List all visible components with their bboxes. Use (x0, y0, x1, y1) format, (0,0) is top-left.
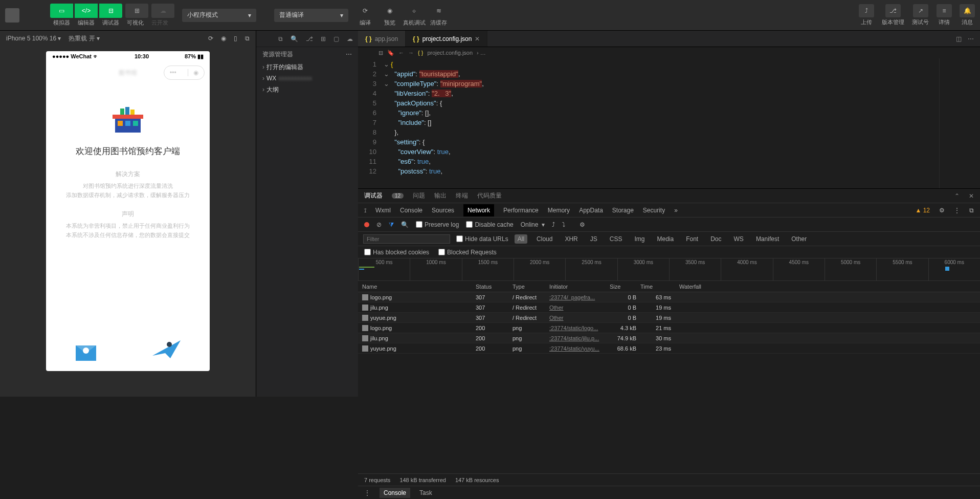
filter-type[interactable]: Media (654, 234, 677, 244)
kebab-icon[interactable]: ⋮ (954, 207, 960, 214)
blocked-requests-checkbox[interactable]: Blocked Requests (438, 249, 497, 256)
cloud-icon[interactable]: ☁ (347, 35, 353, 42)
hot-reload-toggle[interactable]: 热重载 开 ▾ (69, 34, 100, 43)
details-button[interactable]: ≡ (937, 4, 952, 17)
filter-icon[interactable]: ⧩ (389, 221, 394, 228)
explorer-section[interactable]: ›大纲 (256, 84, 358, 95)
tab-memory[interactable]: Memory (548, 207, 570, 214)
hide-urls-checkbox[interactable]: Hide data URLs (456, 235, 508, 243)
debugger-button[interactable]: ⊟ (99, 4, 122, 18)
split-icon[interactable]: ◫ (956, 35, 962, 42)
gear-icon[interactable]: ⚙ (939, 207, 945, 214)
record-button[interactable] (364, 222, 369, 227)
tab-project-config[interactable]: { }project.config.json✕ (406, 31, 487, 47)
filter-type[interactable]: CSS (607, 234, 626, 244)
bookmark-icon[interactable]: 🔖 (387, 50, 394, 56)
version-button[interactable]: ⎇ (885, 4, 901, 17)
filter-type[interactable]: Doc (707, 234, 724, 244)
table-row[interactable]: yuyue.png307/ RedirectOther0 B19 ms (358, 313, 980, 323)
more-icon[interactable]: ⋯ (346, 51, 352, 58)
close-icon[interactable]: ✕ (969, 192, 974, 200)
tab-network[interactable]: Network (463, 204, 494, 216)
filter-all[interactable]: All (515, 234, 527, 244)
grid-icon[interactable]: ⊞ (321, 35, 326, 42)
filter-input[interactable] (363, 234, 450, 244)
tab-debugger[interactable]: 调试器 (364, 191, 383, 200)
col-status[interactable]: Status (476, 284, 513, 290)
filter-type[interactable]: Cloud (533, 234, 555, 244)
more-icon[interactable]: ⋯ (968, 35, 974, 42)
col-type[interactable]: Type (513, 284, 549, 290)
capsule-menu[interactable]: •••◉ (164, 66, 205, 80)
clear-cache-button[interactable]: ≋ (427, 4, 450, 18)
upload-button[interactable]: ⤴ (859, 4, 874, 17)
mode-dropdown[interactable]: 小程序模式▾ (182, 9, 256, 22)
table-row[interactable]: logo.png307/ Redirect:23774/_pagefra...0… (358, 292, 980, 302)
gear-icon[interactable]: ⚙ (580, 221, 585, 228)
explorer-section[interactable]: ›WXxxxxxxxxxxx (256, 73, 358, 84)
table-row[interactable]: logo.png200png:23774/static/logo...4.3 k… (358, 323, 980, 333)
test-button[interactable]: ↗ (913, 4, 928, 17)
tab-code-quality[interactable]: 代码质量 (477, 191, 502, 200)
close-icon[interactable]: ✕ (475, 35, 480, 42)
more-tabs-icon[interactable]: » (674, 207, 678, 214)
popout-icon[interactable]: ⧉ (245, 35, 250, 42)
table-row[interactable]: yuyue.png200png:23774/static/yuyu...68.6… (358, 343, 980, 354)
filter-type[interactable]: WS (731, 234, 747, 244)
timeline[interactable]: 500 ms1000 ms1500 ms2000 ms2500 ms3000 m… (358, 258, 980, 281)
tab-storage[interactable]: Storage (612, 207, 634, 214)
tab-console[interactable]: Console (400, 207, 422, 214)
col-name[interactable]: Name (358, 284, 476, 290)
forward-icon[interactable]: → (408, 50, 414, 56)
search-icon[interactable]: 🔍 (401, 221, 409, 228)
drawer-console[interactable]: Console (380, 488, 410, 498)
visualize-button[interactable]: ⊞ (125, 4, 148, 18)
filter-type[interactable]: Manifest (753, 234, 782, 244)
blocked-cookies-checkbox[interactable]: Has blocked cookies (364, 249, 429, 256)
tab-wxml[interactable]: Wxml (375, 207, 391, 214)
col-initiator[interactable]: Initiator (549, 284, 610, 290)
notifications-button[interactable]: 🔔 (960, 4, 975, 17)
device-selector[interactable]: iPhone 5 100% 16 ▾ (6, 35, 61, 42)
tab-terminal[interactable]: 终端 (456, 191, 468, 200)
tab-sources[interactable]: Sources (432, 207, 454, 214)
device-icon[interactable]: ▯ (234, 35, 237, 42)
tab-problems[interactable]: 问题 (413, 191, 425, 200)
tab-output[interactable]: 输出 (434, 191, 447, 200)
col-size[interactable]: Size (610, 284, 640, 290)
device-debug-button[interactable]: ⟐ (403, 4, 426, 18)
filter-type[interactable]: Img (631, 234, 648, 244)
compile-button[interactable]: ⟳ (353, 4, 376, 18)
refresh-icon[interactable]: ⟳ (208, 35, 213, 42)
drawer-task[interactable]: Task (419, 489, 432, 496)
editor-button[interactable]: </> (75, 4, 98, 18)
tab-appdata[interactable]: AppData (579, 207, 603, 214)
upload-icon[interactable]: ⤴ (552, 221, 555, 228)
box-icon[interactable]: ▢ (333, 35, 339, 42)
tab-security[interactable]: Security (643, 207, 665, 214)
record-icon[interactable]: ◉ (221, 35, 226, 42)
clear-icon[interactable]: ⊘ (376, 221, 382, 228)
files-icon[interactable]: ⧉ (278, 35, 283, 42)
filter-type[interactable]: Font (683, 234, 701, 244)
col-waterfall[interactable]: Waterfall (675, 284, 980, 290)
table-row[interactable]: jilu.png307/ RedirectOther0 B19 ms (358, 302, 980, 313)
simulator-button[interactable]: ▭ (50, 4, 73, 18)
filter-type[interactable]: Other (788, 234, 810, 244)
cloud-dev-button[interactable]: ☁ (151, 4, 174, 18)
tab-performance[interactable]: Performance (503, 207, 539, 214)
chevron-up-icon[interactable]: ⌃ (954, 192, 960, 200)
throttle-dropdown[interactable]: Online ▾ (521, 221, 545, 228)
filter-type[interactable]: XHR (562, 234, 581, 244)
col-time[interactable]: Time (640, 284, 675, 290)
drawer-menu-icon[interactable]: ⋮ (364, 489, 370, 496)
explorer-section[interactable]: ›打开的编辑器 (256, 61, 358, 73)
table-row[interactable]: jilu.png200png:23774/static/jilu.p...74.… (358, 333, 980, 343)
avatar[interactable] (5, 8, 19, 23)
preview-button[interactable]: ◉ (378, 4, 401, 18)
compile-dropdown[interactable]: 普通编译▾ (274, 9, 348, 22)
filter-type[interactable]: JS (587, 234, 600, 244)
breadcrumb[interactable]: project.config.json (427, 50, 473, 56)
preserve-log-checkbox[interactable]: Preserve log (416, 221, 459, 228)
inspect-icon[interactable]: ⟟ (364, 207, 366, 214)
